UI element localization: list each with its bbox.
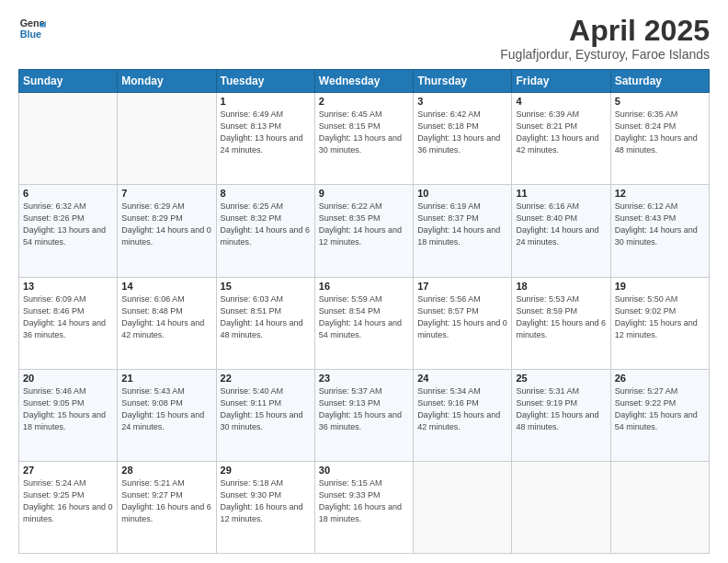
table-row: 3Sunrise: 6:42 AM Sunset: 8:18 PM Daylig… (414, 93, 512, 185)
calendar-table: Sunday Monday Tuesday Wednesday Thursday… (18, 69, 710, 554)
day-info: Sunrise: 5:53 AM Sunset: 8:59 PM Dayligh… (516, 293, 606, 341)
subtitle: Fuglafjordur, Eysturoy, Faroe Islands (500, 47, 710, 62)
day-info: Sunrise: 6:29 AM Sunset: 8:29 PM Dayligh… (121, 201, 211, 248)
header-wednesday: Wednesday (314, 70, 413, 93)
table-row (414, 461, 512, 553)
table-row: 9Sunrise: 6:22 AM Sunset: 8:35 PM Daylig… (314, 185, 413, 277)
weekday-header-row: Sunday Monday Tuesday Wednesday Thursday… (19, 70, 710, 93)
day-info: Sunrise: 6:12 AM Sunset: 8:43 PM Dayligh… (615, 201, 705, 248)
table-row: 11Sunrise: 6:16 AM Sunset: 8:40 PM Dayli… (512, 185, 610, 277)
day-info: Sunrise: 5:43 AM Sunset: 9:08 PM Dayligh… (121, 385, 211, 433)
day-number: 22 (221, 373, 311, 384)
day-number: 7 (121, 188, 211, 199)
day-info: Sunrise: 6:42 AM Sunset: 8:18 PM Dayligh… (417, 109, 507, 156)
table-row: 20Sunrise: 5:46 AM Sunset: 9:05 PM Dayli… (19, 369, 118, 461)
header-saturday: Saturday (610, 70, 709, 93)
day-number: 6 (23, 188, 113, 199)
day-info: Sunrise: 6:19 AM Sunset: 8:37 PM Dayligh… (417, 201, 507, 248)
day-number: 14 (121, 281, 211, 292)
day-info: Sunrise: 6:39 AM Sunset: 8:21 PM Dayligh… (516, 109, 606, 156)
day-info: Sunrise: 5:50 AM Sunset: 9:02 PM Dayligh… (615, 293, 705, 341)
header: General Blue April 2025 Fuglafjordur, Ey… (18, 15, 710, 62)
calendar-week-row: 20Sunrise: 5:46 AM Sunset: 9:05 PM Dayli… (19, 369, 710, 461)
day-number: 27 (23, 465, 113, 476)
day-info: Sunrise: 6:32 AM Sunset: 8:26 PM Dayligh… (23, 201, 113, 248)
table-row (610, 461, 709, 553)
day-number: 12 (615, 188, 705, 199)
day-number: 17 (417, 281, 507, 292)
table-row: 25Sunrise: 5:31 AM Sunset: 9:19 PM Dayli… (512, 369, 610, 461)
day-info: Sunrise: 5:37 AM Sunset: 9:13 PM Dayligh… (319, 385, 409, 433)
table-row: 13Sunrise: 6:09 AM Sunset: 8:46 PM Dayli… (19, 277, 118, 369)
day-number: 21 (121, 373, 211, 384)
day-number: 10 (417, 188, 507, 199)
logo: General Blue (18, 15, 46, 42)
table-row: 6Sunrise: 6:32 AM Sunset: 8:26 PM Daylig… (19, 185, 118, 277)
day-info: Sunrise: 5:59 AM Sunset: 8:54 PM Dayligh… (319, 293, 409, 341)
day-info: Sunrise: 5:18 AM Sunset: 9:30 PM Dayligh… (221, 477, 311, 525)
table-row: 23Sunrise: 5:37 AM Sunset: 9:13 PM Dayli… (314, 369, 413, 461)
table-row: 22Sunrise: 5:40 AM Sunset: 9:11 PM Dayli… (216, 369, 314, 461)
logo-icon: General Blue (18, 15, 46, 42)
day-number: 18 (516, 281, 606, 292)
day-number: 13 (23, 281, 113, 292)
calendar-week-row: 27Sunrise: 5:24 AM Sunset: 9:25 PM Dayli… (19, 461, 710, 553)
table-row: 14Sunrise: 6:06 AM Sunset: 8:48 PM Dayli… (118, 277, 216, 369)
day-info: Sunrise: 5:46 AM Sunset: 9:05 PM Dayligh… (23, 385, 113, 433)
day-number: 20 (23, 373, 113, 384)
table-row: 26Sunrise: 5:27 AM Sunset: 9:22 PM Dayli… (610, 369, 709, 461)
day-number: 29 (221, 465, 311, 476)
day-number: 1 (221, 96, 311, 107)
calendar-week-row: 13Sunrise: 6:09 AM Sunset: 8:46 PM Dayli… (19, 277, 710, 369)
day-info: Sunrise: 6:03 AM Sunset: 8:51 PM Dayligh… (221, 293, 311, 341)
table-row (512, 461, 610, 553)
header-tuesday: Tuesday (216, 70, 314, 93)
table-row: 4Sunrise: 6:39 AM Sunset: 8:21 PM Daylig… (512, 93, 610, 185)
table-row: 16Sunrise: 5:59 AM Sunset: 8:54 PM Dayli… (314, 277, 413, 369)
day-info: Sunrise: 5:21 AM Sunset: 9:27 PM Dayligh… (121, 477, 211, 525)
day-info: Sunrise: 6:35 AM Sunset: 8:24 PM Dayligh… (615, 109, 705, 156)
day-number: 25 (516, 373, 606, 384)
day-number: 19 (615, 281, 705, 292)
header-sunday: Sunday (19, 70, 118, 93)
day-info: Sunrise: 6:09 AM Sunset: 8:46 PM Dayligh… (23, 293, 113, 341)
table-row: 30Sunrise: 5:15 AM Sunset: 9:33 PM Dayli… (314, 461, 413, 553)
day-info: Sunrise: 6:22 AM Sunset: 8:35 PM Dayligh… (319, 201, 409, 248)
table-row: 10Sunrise: 6:19 AM Sunset: 8:37 PM Dayli… (414, 185, 512, 277)
day-info: Sunrise: 6:45 AM Sunset: 8:15 PM Dayligh… (319, 109, 409, 156)
day-number: 4 (516, 96, 606, 107)
page: General Blue April 2025 Fuglafjordur, Ey… (0, 0, 728, 563)
table-row: 28Sunrise: 5:21 AM Sunset: 9:27 PM Dayli… (118, 461, 216, 553)
table-row: 2Sunrise: 6:45 AM Sunset: 8:15 PM Daylig… (314, 93, 413, 185)
table-row: 7Sunrise: 6:29 AM Sunset: 8:29 PM Daylig… (118, 185, 216, 277)
table-row: 18Sunrise: 5:53 AM Sunset: 8:59 PM Dayli… (512, 277, 610, 369)
day-number: 8 (221, 188, 311, 199)
day-info: Sunrise: 5:27 AM Sunset: 9:22 PM Dayligh… (615, 385, 705, 433)
day-number: 30 (319, 465, 409, 476)
day-number: 2 (319, 96, 409, 107)
table-row (118, 93, 216, 185)
table-row: 17Sunrise: 5:56 AM Sunset: 8:57 PM Dayli… (414, 277, 512, 369)
header-thursday: Thursday (414, 70, 512, 93)
day-number: 11 (516, 188, 606, 199)
day-number: 28 (121, 465, 211, 476)
table-row: 19Sunrise: 5:50 AM Sunset: 9:02 PM Dayli… (610, 277, 709, 369)
day-info: Sunrise: 5:15 AM Sunset: 9:33 PM Dayligh… (319, 477, 409, 525)
table-row: 21Sunrise: 5:43 AM Sunset: 9:08 PM Dayli… (118, 369, 216, 461)
table-row: 8Sunrise: 6:25 AM Sunset: 8:32 PM Daylig… (216, 185, 314, 277)
table-row: 24Sunrise: 5:34 AM Sunset: 9:16 PM Dayli… (414, 369, 512, 461)
day-number: 5 (615, 96, 705, 107)
calendar-week-row: 6Sunrise: 6:32 AM Sunset: 8:26 PM Daylig… (19, 185, 710, 277)
day-number: 26 (615, 373, 705, 384)
table-row: 29Sunrise: 5:18 AM Sunset: 9:30 PM Dayli… (216, 461, 314, 553)
table-row: 15Sunrise: 6:03 AM Sunset: 8:51 PM Dayli… (216, 277, 314, 369)
day-number: 15 (221, 281, 311, 292)
day-info: Sunrise: 5:56 AM Sunset: 8:57 PM Dayligh… (417, 293, 507, 341)
header-monday: Monday (118, 70, 216, 93)
day-info: Sunrise: 5:24 AM Sunset: 9:25 PM Dayligh… (23, 477, 113, 525)
day-info: Sunrise: 6:06 AM Sunset: 8:48 PM Dayligh… (121, 293, 211, 341)
day-number: 16 (319, 281, 409, 292)
day-number: 24 (417, 373, 507, 384)
day-info: Sunrise: 6:49 AM Sunset: 8:13 PM Dayligh… (221, 109, 311, 156)
table-row: 1Sunrise: 6:49 AM Sunset: 8:13 PM Daylig… (216, 93, 314, 185)
